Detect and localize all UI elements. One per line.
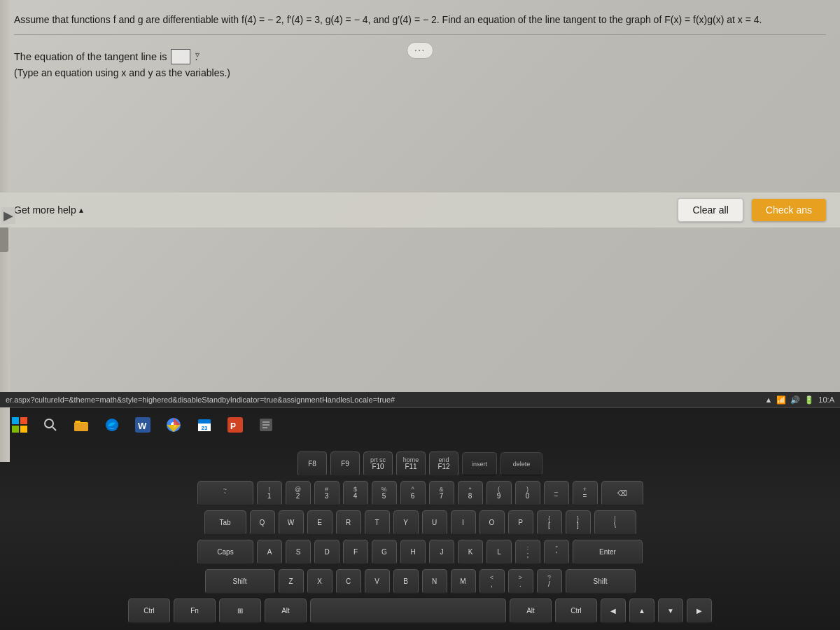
win-key[interactable]: ⊞ <box>219 598 261 624</box>
slash-key[interactable]: ?/ <box>537 569 562 594</box>
9-key[interactable]: ( 9 <box>486 481 512 506</box>
dots-label: ··· <box>414 45 426 55</box>
enter-key[interactable]: Enter <box>573 540 643 565</box>
backspace-key[interactable]: ⌫ <box>601 481 643 506</box>
f9-label: F9 <box>341 461 349 468</box>
svg-rect-13 <box>198 422 211 424</box>
edge-browser-button[interactable] <box>98 411 126 439</box>
answer-input-box[interactable] <box>171 49 190 64</box>
c-key[interactable]: C <box>336 569 361 594</box>
tab-key[interactable]: Tab <box>204 510 246 536</box>
word-button[interactable]: W <box>129 411 157 439</box>
s-key[interactable]: S <box>286 540 311 565</box>
left-arrow-key[interactable]: ◀ <box>601 598 626 624</box>
quote-key[interactable]: "' <box>544 540 569 565</box>
a-key[interactable]: A <box>257 540 282 565</box>
3-key[interactable]: # 3 <box>314 481 340 506</box>
w-key[interactable]: W <box>279 510 304 536</box>
get-more-help-button[interactable]: Get more help ▴ <box>14 204 83 216</box>
g-key[interactable]: G <box>372 540 397 565</box>
f12-label: F12 <box>438 463 449 470</box>
v-key[interactable]: V <box>365 569 390 594</box>
answer-instruction: (Type an equation using x and y as the v… <box>14 67 826 78</box>
backslash-key[interactable]: |\ <box>594 510 636 536</box>
f10-key[interactable]: prt sc F10 <box>363 451 393 477</box>
u-key[interactable]: U <box>422 510 447 536</box>
rctrl-key[interactable]: Ctrl <box>555 598 597 624</box>
files-button[interactable] <box>252 411 280 439</box>
f11-key[interactable]: home F11 <box>396 451 426 477</box>
j-key[interactable]: J <box>429 540 454 565</box>
search-icon <box>43 418 57 432</box>
f12-key[interactable]: end F12 <box>429 451 458 477</box>
more-options-button[interactable]: ··· <box>407 42 433 59</box>
rshift-key[interactable]: Shift <box>566 569 636 594</box>
lbracket-key[interactable]: {[ <box>537 510 562 536</box>
5-key[interactable]: % 5 <box>372 481 397 506</box>
4-key[interactable]: $ 4 <box>343 481 368 506</box>
clear-all-button[interactable]: Clear all <box>678 198 743 222</box>
search-taskbar-button[interactable] <box>36 411 64 439</box>
fn-key[interactable]: Fn <box>174 598 216 624</box>
i-key[interactable]: I <box>451 510 476 536</box>
z-key[interactable]: Z <box>279 569 304 594</box>
semicolon-key[interactable]: :; <box>515 540 540 565</box>
1-key[interactable]: ! 1 <box>257 481 282 506</box>
function-key-row: F8 F9 prt sc F10 home F11 end F12 insert… <box>298 451 542 477</box>
f10-label: F10 <box>372 463 384 470</box>
8-key[interactable]: * 8 <box>458 481 483 506</box>
down-arrow-key[interactable]: ▼ <box>658 598 683 624</box>
tilde-key[interactable]: ~ ` <box>197 481 253 506</box>
space-key[interactable] <box>310 598 506 624</box>
f-key[interactable]: F <box>343 540 368 565</box>
qwerty-row: Tab Q W E R T Y U I O P {[ }] |\ <box>204 510 636 536</box>
lshift-key[interactable]: Shift <box>205 569 275 594</box>
volume-icon: 🔊 <box>790 396 800 405</box>
b-key[interactable]: B <box>393 569 419 594</box>
m-key[interactable]: M <box>451 569 476 594</box>
comma-key[interactable]: <, <box>479 569 505 594</box>
ralt-key[interactable]: Alt <box>510 598 552 624</box>
check-answer-button[interactable]: Check ans <box>752 199 826 221</box>
y-key[interactable]: Y <box>393 510 419 536</box>
q-key[interactable]: Q <box>250 510 275 536</box>
t-key[interactable]: T <box>365 510 390 536</box>
right-arrow-key[interactable]: ▶ <box>687 598 712 624</box>
ctrl-key[interactable]: Ctrl <box>128 598 170 624</box>
o-key[interactable]: O <box>479 510 505 536</box>
clear-all-label: Clear all <box>692 204 728 216</box>
rbracket-key[interactable]: }] <box>566 510 591 536</box>
windows-start-button[interactable] <box>6 411 34 439</box>
f9-key[interactable]: F9 <box>330 451 360 477</box>
x-key[interactable]: X <box>307 569 332 594</box>
capslock-key[interactable]: Caps <box>197 540 253 565</box>
chrome-button[interactable] <box>160 411 188 439</box>
svg-rect-2 <box>75 421 80 422</box>
d-key[interactable]: D <box>314 540 340 565</box>
h-key[interactable]: H <box>400 540 426 565</box>
n-key[interactable]: N <box>422 569 447 594</box>
insert-key[interactable]: insert <box>462 452 497 476</box>
action-buttons-group: Clear all Check ans <box>678 198 826 222</box>
f8-key[interactable]: F8 <box>298 451 327 477</box>
powerpoint-button[interactable]: P <box>221 411 249 439</box>
p-key[interactable]: P <box>508 510 533 536</box>
plus-key[interactable]: + = <box>573 481 598 506</box>
7-key[interactable]: & 7 <box>429 481 454 506</box>
file-explorer-button[interactable] <box>67 411 95 439</box>
2-key[interactable]: @ 2 <box>286 481 311 506</box>
period-key[interactable]: >. <box>508 569 533 594</box>
minus-key[interactable]: _ − <box>544 481 569 506</box>
k-key[interactable]: K <box>458 540 483 565</box>
action-bar: Get more help ▴ Clear all Check ans <box>0 192 840 227</box>
r-key[interactable]: R <box>336 510 361 536</box>
l-key[interactable]: L <box>486 540 512 565</box>
up-arrow-key[interactable]: ▲ <box>629 598 654 624</box>
0-key[interactable]: ) 0 <box>515 481 540 506</box>
nav-arrow-left[interactable]: ▶ <box>1 207 15 224</box>
6-key[interactable]: ^ 6 <box>400 481 426 506</box>
alt-key[interactable]: Alt <box>265 598 307 624</box>
delete-key[interactable]: delete <box>500 452 542 476</box>
e-key[interactable]: E <box>307 510 332 536</box>
calendar-button[interactable]: 23 <box>190 411 218 439</box>
